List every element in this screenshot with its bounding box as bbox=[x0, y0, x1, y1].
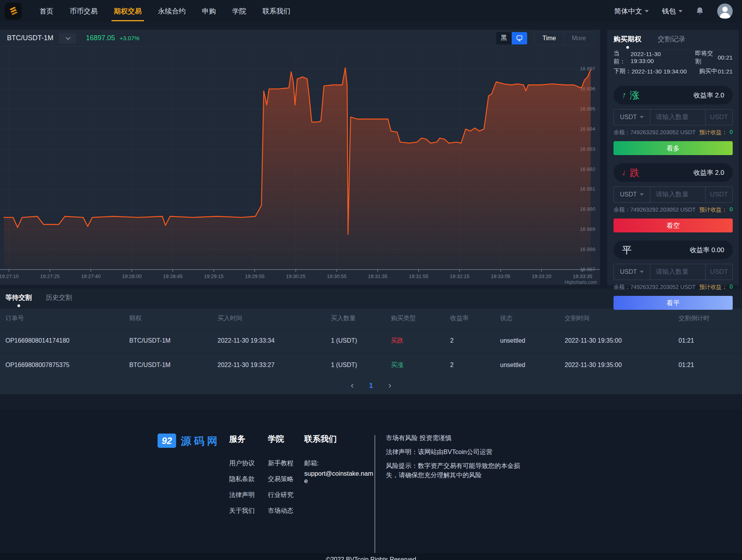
nav-item-perpetual[interactable]: 永续合约 bbox=[152, 0, 192, 22]
flat-profit-label: 预计收益： bbox=[699, 283, 727, 291]
footer-column-academy: 学院 新手教程 交易策略 行业研究 市场动态 bbox=[268, 434, 304, 553]
svg-text:19:27:25: 19:27:25 bbox=[40, 273, 60, 279]
support-email[interactable]: support@coinstake.name bbox=[304, 470, 374, 485]
svg-text:19:33:35: 19:33:35 bbox=[573, 273, 593, 279]
fall-amount-group: USDT USDT bbox=[613, 186, 733, 203]
theme-dark-button[interactable]: 黑 bbox=[496, 32, 512, 44]
interval-control: Time More bbox=[534, 32, 594, 45]
footer-link-market-news[interactable]: 市场动态 bbox=[268, 507, 304, 515]
user-avatar[interactable] bbox=[717, 3, 733, 19]
wallet-label: 钱包 bbox=[662, 7, 676, 16]
orders-table-header: 订单号 期权 买入时间 买入数量 购买类型 收益率 状态 交割时间 交割倒计时 bbox=[0, 309, 742, 328]
chevron-down-icon bbox=[679, 10, 682, 12]
flat-amount-group: USDT USDT bbox=[613, 264, 733, 280]
nav-item-academy[interactable]: 学院 bbox=[226, 0, 252, 22]
buy-fall-button[interactable]: 看空 bbox=[613, 219, 733, 232]
disclaimer-risk-full: 风险提示：数字资产交易有可能导致您的本金损失，请确保您充分理解其中的风险 bbox=[386, 461, 529, 480]
svg-text:19:28:00: 19:28:00 bbox=[122, 273, 142, 279]
tab-history-settlement[interactable]: 历史交割 bbox=[46, 293, 72, 307]
rise-balance-value: 749263292.203052 USDT bbox=[631, 129, 696, 135]
col-order-id: 订单号 bbox=[5, 314, 129, 323]
price-area-chart: 16 88716 88816 88916 89016 89116 89216 8… bbox=[0, 47, 600, 285]
chart-style-toggle: 黑 bbox=[496, 32, 527, 44]
order-row: OP1669808014174180 BTC/USDT-1M 2022-11-3… bbox=[0, 328, 742, 353]
col-rate: 收益率 bbox=[450, 314, 500, 323]
disclaimer-legal: 法律声明：该网站由BVTcoin公司运营 bbox=[386, 447, 529, 457]
buy-rise-button[interactable]: 看多 bbox=[613, 141, 733, 155]
svg-text:16 897: 16 897 bbox=[580, 66, 595, 72]
trade-panel-tabs: 购买期权 交割记录 bbox=[613, 34, 733, 50]
current-period-row: 当前： 2022-11-30 19:33:00 即将交割 00:21 bbox=[613, 51, 733, 64]
svg-text:19:28:45: 19:28:45 bbox=[163, 273, 183, 279]
symbol-dropdown-button[interactable] bbox=[59, 33, 76, 44]
nav-item-spot[interactable]: 币币交易 bbox=[63, 0, 104, 22]
col-countdown: 交割倒计时 bbox=[679, 314, 742, 323]
fall-profit-value: 0 bbox=[730, 206, 733, 213]
interval-more-button[interactable]: More bbox=[564, 32, 593, 44]
order-buy-time: 2022-11-30 19:33:34 bbox=[218, 337, 331, 344]
svg-text:19:32:15: 19:32:15 bbox=[450, 273, 470, 279]
footer-link-beginner[interactable]: 新手教程 bbox=[268, 459, 304, 468]
footer-link-about[interactable]: 关于我们 bbox=[229, 507, 268, 515]
col-buy-time: 买入时间 bbox=[218, 314, 331, 323]
rise-currency-label: USDT bbox=[620, 114, 637, 121]
footer-link-privacy[interactable]: 隐私条款 bbox=[229, 475, 268, 483]
fall-section: ↓ 跌 收益率 2.0 USDT USDT 余额：749263292.20305 bbox=[613, 163, 733, 232]
fall-rate-label: 收益率 bbox=[694, 169, 713, 176]
order-id: OP1669808014174180 bbox=[5, 337, 129, 344]
language-selector[interactable]: 简体中文 bbox=[614, 7, 649, 16]
nav-item-contact[interactable]: 联系我们 bbox=[256, 0, 296, 22]
symbol-label: BTC/USDT-1M bbox=[7, 34, 53, 42]
rise-profit-value: 0 bbox=[730, 129, 733, 136]
footer-column-title: 联系我们 bbox=[304, 434, 374, 444]
brand-logo[interactable] bbox=[5, 3, 22, 20]
wallet-menu[interactable]: 钱包 bbox=[662, 7, 682, 16]
footer-link-legal[interactable]: 法律声明 bbox=[229, 491, 268, 499]
flat-rate-label: 收益率 bbox=[690, 246, 709, 254]
fall-label: 跌 bbox=[630, 166, 639, 179]
rise-amount-suffix: USDT bbox=[705, 109, 732, 125]
fall-currency-select[interactable]: USDT bbox=[614, 187, 650, 202]
interval-time-button[interactable]: Time bbox=[535, 32, 564, 44]
page-footer: 92 源码网 服务 用户协议 隐私条款 法律声明 关于我们 学院 新手教程 交易… bbox=[0, 410, 742, 560]
next-label: 下期： bbox=[613, 67, 632, 75]
tab-buy-options-label: 购买期权 bbox=[613, 35, 641, 43]
next-time: 2022-11-30 19:34:00 bbox=[632, 68, 687, 75]
tab-pending-settlement[interactable]: 等待交割 bbox=[5, 293, 32, 307]
svg-text:19:31:35: 19:31:35 bbox=[368, 273, 387, 279]
current-countdown: 00:21 bbox=[718, 54, 733, 61]
nav-item-options[interactable]: 期权交易 bbox=[108, 0, 148, 22]
flat-balance-value: 749263292.203052 USDT bbox=[631, 284, 696, 290]
page-number[interactable]: 1 bbox=[369, 382, 373, 390]
flat-currency-label: USDT bbox=[620, 268, 637, 275]
order-symbol: BTC/USDT-1M bbox=[129, 362, 218, 369]
rise-amount-input[interactable] bbox=[650, 113, 705, 121]
prev-page-button[interactable]: ‹ bbox=[351, 381, 353, 390]
tab-settlement-records[interactable]: 交割记录 bbox=[658, 34, 685, 49]
next-page-button[interactable]: › bbox=[389, 381, 391, 390]
rise-header: ↑ 涨 收益率 2.0 bbox=[613, 86, 733, 104]
footer-link-strategy[interactable]: 交易策略 bbox=[268, 475, 304, 483]
footer-link-user-agreement[interactable]: 用户协议 bbox=[229, 459, 268, 468]
buy-flat-button[interactable]: 看平 bbox=[613, 296, 733, 310]
col-status: 状态 bbox=[500, 314, 565, 323]
nav-item-subscribe[interactable]: 申购 bbox=[196, 0, 222, 22]
flat-currency-select[interactable]: USDT bbox=[614, 264, 650, 280]
footer-link-research[interactable]: 行业研究 bbox=[268, 491, 304, 499]
chart-panel: BTC/USDT-1M 16897.05 +3.07% 黑 bbox=[0, 30, 600, 285]
pagination: ‹ 1 › bbox=[0, 377, 742, 394]
tab-pending-label: 等待交割 bbox=[5, 294, 32, 301]
main-menu: 首页 币币交易 期权交易 永续合约 申购 学院 联系我们 bbox=[33, 0, 300, 22]
flat-label: 平 bbox=[622, 244, 632, 256]
rise-profit-label: 预计收益： bbox=[699, 129, 727, 136]
fall-amount-input[interactable] bbox=[650, 191, 705, 198]
rise-currency-select[interactable]: USDT bbox=[614, 109, 650, 125]
nav-item-home[interactable]: 首页 bbox=[33, 0, 60, 22]
col-amount: 买入数量 bbox=[331, 314, 391, 323]
notification-bell-icon[interactable] bbox=[696, 7, 704, 16]
chart-type-button[interactable] bbox=[512, 32, 527, 44]
current-status: 即将交割 bbox=[695, 50, 718, 66]
flat-amount-input[interactable] bbox=[650, 268, 705, 276]
rise-balance-label: 余额： bbox=[613, 129, 631, 135]
tab-buy-options[interactable]: 购买期权 bbox=[613, 34, 641, 49]
